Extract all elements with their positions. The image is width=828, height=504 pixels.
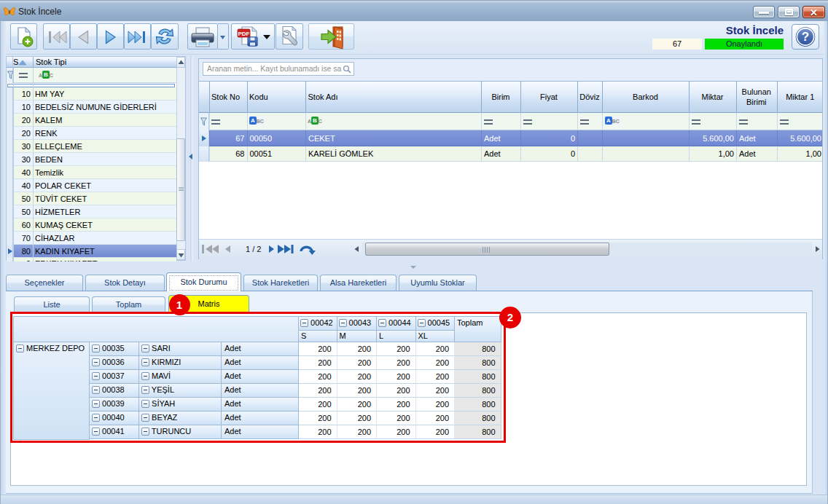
svg-text:PDF: PDF [238, 31, 250, 37]
svg-text:?: ? [802, 30, 809, 44]
